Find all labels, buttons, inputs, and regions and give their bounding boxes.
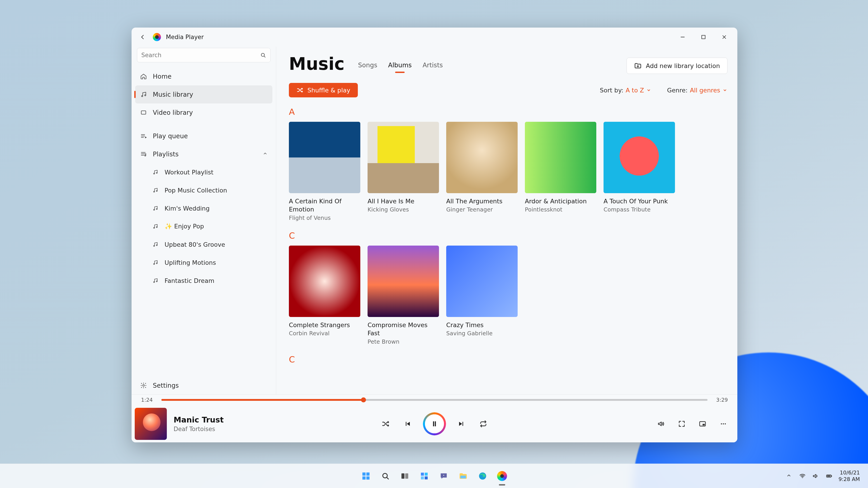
- playlist-item[interactable]: Fantastic Dream: [135, 271, 272, 290]
- start-button[interactable]: [358, 468, 374, 484]
- volume-button[interactable]: [655, 418, 667, 430]
- progress-slider[interactable]: [161, 399, 708, 401]
- repeat-toggle[interactable]: [477, 418, 489, 430]
- svg-rect-32: [405, 473, 408, 479]
- album-card[interactable]: A Certain Kind Of EmotionFlight of Venus: [289, 122, 360, 221]
- file-explorer-button[interactable]: [456, 468, 471, 484]
- svg-point-13: [156, 227, 157, 228]
- sidebar-group-playlists[interactable]: Playlists: [135, 145, 272, 163]
- playlist-label: ✨ Enjoy Pop: [164, 223, 204, 230]
- duration-time: 3:29: [712, 397, 728, 403]
- shuffle-and-play-button[interactable]: Shuffle & play: [289, 83, 358, 97]
- album-art: [603, 122, 675, 193]
- folder-add-icon: [634, 62, 642, 70]
- svg-point-17: [156, 263, 157, 264]
- tab-songs[interactable]: Songs: [358, 61, 377, 72]
- tabs: Songs Albums Artists: [358, 61, 443, 74]
- svg-point-18: [153, 282, 154, 283]
- playlist-item[interactable]: Upbeat 80's Groove: [135, 235, 272, 254]
- album-card[interactable]: All I Have Is MeKicking Gloves: [368, 122, 439, 221]
- svg-point-16: [153, 263, 154, 264]
- sidebar-item-music-library[interactable]: Music library: [135, 86, 272, 103]
- album-artist: Flight of Venus: [289, 215, 360, 221]
- progress-fill: [161, 399, 364, 401]
- mini-player-button[interactable]: [697, 418, 708, 430]
- system-clock[interactable]: 10/6/21 9:28 AM: [838, 469, 860, 483]
- sidebar-item-label: Home: [153, 73, 172, 80]
- task-view-button[interactable]: [397, 468, 412, 484]
- playlist-item[interactable]: Uplifting Motions: [135, 254, 272, 271]
- tab-albums[interactable]: Albums: [388, 61, 412, 72]
- svg-point-12: [153, 227, 154, 228]
- media-player-taskbar-button[interactable]: [494, 468, 510, 484]
- section-letter[interactable]: A: [289, 107, 727, 117]
- fullscreen-button[interactable]: [676, 418, 688, 430]
- battery-icon[interactable]: [825, 473, 832, 480]
- music-note-icon: [140, 91, 147, 98]
- album-artist: Kicking Gloves: [368, 206, 439, 213]
- search-box[interactable]: [137, 48, 271, 62]
- shuffle-toggle[interactable]: [380, 418, 392, 430]
- sort-by-control[interactable]: Sort by: A to Z: [600, 87, 651, 94]
- progress-thumb[interactable]: [361, 397, 366, 402]
- playlist-label: Kim's Wedding: [164, 205, 210, 212]
- play-pause-button[interactable]: [424, 414, 445, 434]
- album-title: A Touch Of Your Punk: [603, 197, 675, 205]
- close-button[interactable]: [714, 28, 735, 46]
- now-playing-art[interactable]: [135, 408, 167, 440]
- album-card[interactable]: Ardor & AnticipationPointlessknot: [525, 122, 596, 221]
- sidebar-item-video-library[interactable]: Video library: [135, 103, 272, 122]
- playlist-item[interactable]: Kim's Wedding: [135, 199, 272, 217]
- maximize-button[interactable]: [693, 28, 714, 46]
- add-library-location-button[interactable]: Add new library location: [627, 58, 727, 74]
- back-button[interactable]: [138, 32, 148, 42]
- music-note-icon: [151, 277, 159, 285]
- volume-tray-icon[interactable]: [812, 473, 819, 480]
- previous-track-button[interactable]: [402, 418, 414, 430]
- sidebar-item-label: Playlists: [153, 151, 179, 158]
- chat-button[interactable]: [436, 468, 452, 484]
- album-title: Complete Strangers: [289, 321, 360, 329]
- genre-filter-control[interactable]: Genre: All genres: [667, 87, 727, 94]
- playlist-item[interactable]: ✨ Enjoy Pop: [135, 217, 272, 235]
- album-artist: Pete Brown: [368, 338, 439, 345]
- album-card[interactable]: A Touch Of Your PunkCompass Tribute: [603, 122, 675, 221]
- widgets-button[interactable]: [416, 468, 432, 484]
- search-input[interactable]: [141, 52, 257, 59]
- tray-chevron-icon[interactable]: [786, 473, 793, 480]
- album-card[interactable]: Complete StrangersCorbin Revival: [289, 246, 360, 345]
- tab-artists[interactable]: Artists: [423, 61, 443, 72]
- music-note-icon: [151, 240, 159, 248]
- playlist-item[interactable]: Pop Music Collection: [135, 181, 272, 199]
- wifi-icon[interactable]: [799, 473, 806, 480]
- more-options-button[interactable]: [717, 418, 729, 430]
- music-note-icon: [151, 168, 159, 176]
- svg-point-40: [802, 477, 803, 478]
- album-card[interactable]: All The ArgumentsGinger Teenager: [446, 122, 518, 221]
- svg-rect-42: [827, 475, 831, 477]
- playlist-label: Pop Music Collection: [164, 187, 227, 194]
- section-letter[interactable]: C: [289, 231, 727, 240]
- edge-browser-button[interactable]: [475, 468, 490, 484]
- album-art: [289, 122, 360, 193]
- sidebar-item-play-queue[interactable]: Play queue: [135, 127, 272, 145]
- titlebar: Media Player: [131, 28, 737, 46]
- svg-rect-33: [421, 473, 424, 476]
- album-card[interactable]: Crazy TimesSaving Gabrielle: [446, 246, 518, 345]
- svg-point-9: [156, 191, 157, 191]
- minimize-button[interactable]: [672, 28, 693, 46]
- svg-rect-27: [366, 473, 370, 476]
- music-note-icon: [151, 223, 159, 230]
- sidebar-item-home[interactable]: Home: [135, 67, 272, 86]
- taskbar-search-button[interactable]: [378, 468, 393, 484]
- playlist-item[interactable]: Workout Playlist: [135, 163, 272, 181]
- album-title: Ardor & Anticipation: [525, 197, 596, 205]
- sidebar-item-settings[interactable]: Settings: [135, 377, 272, 394]
- album-list[interactable]: AA Certain Kind Of EmotionFlight of Venu…: [289, 97, 727, 369]
- section-letter[interactable]: C: [289, 355, 727, 364]
- pause-icon: [430, 420, 439, 428]
- album-art: [368, 246, 439, 317]
- next-track-button[interactable]: [455, 418, 467, 430]
- album-card[interactable]: Compromise Moves FastPete Brown: [368, 246, 439, 345]
- svg-point-14: [153, 246, 154, 246]
